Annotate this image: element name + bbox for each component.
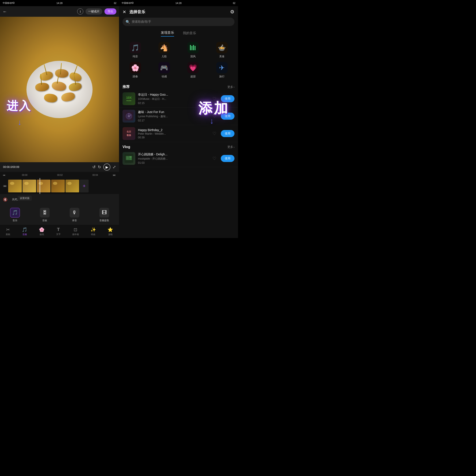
svg-point-7	[128, 114, 129, 114]
mute-icon[interactable]: 🔇	[3, 197, 7, 202]
svg-point-6	[128, 115, 130, 117]
tianjia-text-overlay: 添加	[198, 99, 229, 118]
redo-button[interactable]: ↻	[98, 165, 101, 170]
timeline-controls: 00:00.0/00:09 ↺ ↻ ▶ ⤢	[0, 162, 119, 172]
sound-effect-tool[interactable]: 🎛 音效	[40, 208, 50, 222]
vlog-use-button-1[interactable]: 使用	[221, 155, 235, 162]
cut-label: 剪辑	[6, 233, 10, 236]
right-panel: 中国移动HD 14:28 62 ✕ 选择音乐 ⚙ 🔍 搜索歌曲/歌手 发现音乐 …	[119, 0, 238, 238]
cat-guofeng[interactable]: 国风	[178, 40, 207, 60]
svg-rect-3	[195, 46, 195, 50]
quick-clip-button[interactable]: 一键成片	[85, 8, 102, 15]
record-tool[interactable]: 🎙 录音	[70, 208, 79, 222]
audio-label: 音频	[22, 233, 27, 236]
info-button[interactable]: ℹ	[77, 8, 83, 15]
cover-label[interactable]: 设置封面	[18, 196, 32, 201]
right-battery: 62	[182, 2, 235, 4]
filter-icon: ⭐	[107, 227, 113, 232]
vlog-chevron-icon: ›	[234, 145, 235, 149]
sound-icon: 🎛	[40, 208, 50, 218]
food-video-frame	[0, 17, 119, 162]
right-top-bar: ✕ 选择音乐 ⚙	[119, 6, 238, 18]
play-button[interactable]: ▶	[103, 164, 110, 170]
pip-label: 画中画	[72, 233, 79, 236]
cat-spring[interactable]: 🌸 踏春	[121, 60, 150, 80]
tab-my-music[interactable]: 我的音乐	[183, 31, 196, 36]
cat-kids[interactable]: 🐴 儿歌	[150, 40, 178, 60]
food-item-7	[44, 93, 58, 103]
nav-sticker[interactable]: 🌸 贴纸	[39, 227, 45, 236]
vlog-more-link[interactable]: 更多	[227, 145, 233, 149]
left-status-bar: 中国移动HD 14:28 62	[0, 0, 119, 6]
export-button[interactable]: 导出	[104, 8, 116, 15]
cat-food-label: 美食	[219, 55, 224, 58]
svg-point-8	[130, 115, 131, 116]
search-input[interactable]: 搜索歌曲/歌手	[132, 20, 231, 24]
nav-filter[interactable]: ⭐ 滤镜	[107, 227, 113, 236]
cat-kids-label: 儿歌	[162, 55, 167, 58]
vlog-like-button-1[interactable]: ♡	[212, 156, 216, 161]
nav-effects[interactable]: ✨ 特效	[91, 227, 96, 236]
recommended-header: 推荐 更多 ›	[119, 83, 238, 90]
undo-button[interactable]: ↺	[92, 165, 96, 170]
video-thumb-1	[8, 180, 22, 192]
more-link[interactable]: 更多	[227, 85, 233, 89]
cat-sweet-icon: 💗	[187, 62, 199, 73]
use-button-3[interactable]: 使用	[221, 130, 235, 137]
song-thumb-2	[122, 110, 135, 122]
video-thumb-5	[66, 180, 79, 192]
food-item-2	[55, 68, 68, 78]
tab-discover-music[interactable]: 发现音乐	[161, 31, 174, 36]
cat-food[interactable]: 🍲 美食	[207, 40, 236, 60]
add-clip-button[interactable]: +	[80, 180, 89, 192]
fullscreen-button[interactable]: ⤢	[113, 165, 116, 170]
text-icon: T	[57, 227, 60, 232]
vlog-song-artist-1: musiqaide - 开心跳跳糖...	[138, 157, 210, 161]
song-duration-2: 02:17	[138, 119, 210, 122]
cat-dynamic[interactable]: 🎮 动感	[150, 60, 178, 80]
music-label: 音乐	[13, 219, 17, 222]
music-tabs: 发现音乐 我的音乐	[119, 28, 238, 37]
record-icon: 🎙	[70, 208, 79, 218]
filter-label: 滤镜	[108, 233, 113, 236]
effects-icon: ✨	[91, 227, 96, 232]
svg-rect-12	[129, 156, 132, 158]
song-info-3: Happy Birthday_2 Peter Martin - Weddin..…	[138, 128, 210, 139]
pip-icon: ⊡	[74, 227, 77, 232]
back-button[interactable]: ←	[3, 9, 7, 14]
cat-travel[interactable]: ✈ 旅行	[207, 60, 236, 80]
song-thumb-3: 生日 歌曲	[122, 127, 135, 140]
settings-button[interactable]: ⚙	[230, 9, 235, 15]
music-item-3: 生日 歌曲 Happy Birthday_2 Peter Martin - We…	[119, 125, 238, 142]
svg-rect-13	[129, 158, 132, 160]
info-icon: ℹ	[80, 10, 81, 13]
timeline-cursor	[40, 178, 40, 194]
fun-thumb-icon	[124, 112, 133, 120]
left-panel: 中国移动HD 14:28 62 ← ℹ 一键成片 导出	[0, 0, 119, 238]
plate	[26, 61, 93, 118]
svg-rect-0	[190, 45, 191, 50]
search-input-wrap[interactable]: 🔍 搜索歌曲/歌手	[122, 18, 235, 26]
cat-spring-label: 踏春	[133, 75, 138, 78]
nav-text[interactable]: T 文字	[56, 227, 61, 236]
ruler-start-btn[interactable]: ⏮	[3, 174, 5, 176]
vlog-item-1: 开心跳跳糖 - Deligh... musiqaide - 开心跳跳糖... 0…	[119, 150, 238, 167]
music-tool[interactable]: 🎵 音乐	[10, 208, 20, 222]
ruler-end-btn[interactable]: ⏭	[113, 173, 116, 177]
nav-pip[interactable]: ⊡ 画中画	[72, 227, 79, 236]
cat-sweet[interactable]: 💗 超甜	[178, 60, 207, 80]
strip-start-btn[interactable]: ⏮	[3, 184, 7, 188]
nav-audio[interactable]: 🎵 音频	[22, 227, 27, 236]
close-button[interactable]: ✕	[122, 9, 126, 15]
extract-label: 音频提取	[99, 219, 109, 222]
audio-extract-tool[interactable]: 🎞 音频提取	[99, 208, 109, 222]
like-button-3[interactable]: ♡	[212, 131, 216, 136]
video-strip: ⏮ +	[0, 178, 119, 194]
vlog-song-info-1: 开心跳跳糖 - Deligh... musiqaide - 开心跳跳糖... 0…	[138, 153, 210, 164]
cat-sweet-label: 超甜	[190, 75, 196, 78]
time-display: 00:00.0/00:09	[3, 166, 19, 169]
svg-rect-1	[191, 46, 192, 50]
nav-cut[interactable]: ✂ 剪辑	[6, 227, 10, 236]
cat-pure-music[interactable]: 🎵 纯音	[121, 40, 150, 60]
sticker-label: 贴纸	[40, 233, 44, 236]
